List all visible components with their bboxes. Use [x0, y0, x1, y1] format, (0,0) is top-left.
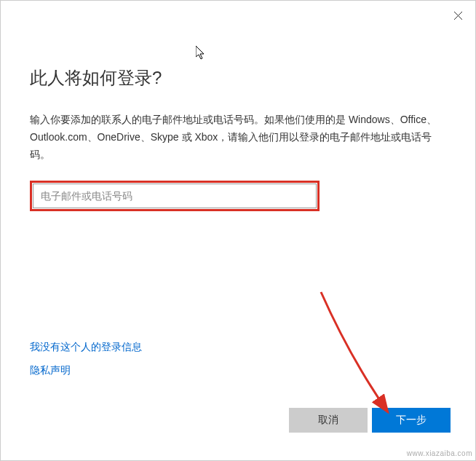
email-phone-input[interactable] [33, 184, 317, 208]
input-highlight-box [30, 181, 320, 211]
links-section: 我没有这个人的登录信息 隐私声明 [30, 341, 142, 387]
next-button[interactable]: 下一步 [372, 408, 451, 433]
cancel-button[interactable]: 取消 [289, 408, 368, 433]
privacy-link[interactable]: 隐私声明 [30, 364, 142, 377]
close-icon [454, 12, 462, 20]
watermark: www.xiazaiba.com [407, 449, 472, 457]
close-button[interactable] [449, 7, 467, 24]
button-bar: 取消 下一步 [289, 408, 451, 433]
dialog-content: 此人将如何登录? 输入你要添加的联系人的电子邮件地址或电话号码。如果他们使用的是… [1, 1, 475, 211]
no-signin-info-link[interactable]: 我没有这个人的登录信息 [30, 341, 142, 354]
page-title: 此人将如何登录? [30, 66, 446, 90]
description-text: 输入你要添加的联系人的电子邮件地址或电话号码。如果他们使用的是 Windows、… [30, 111, 446, 163]
